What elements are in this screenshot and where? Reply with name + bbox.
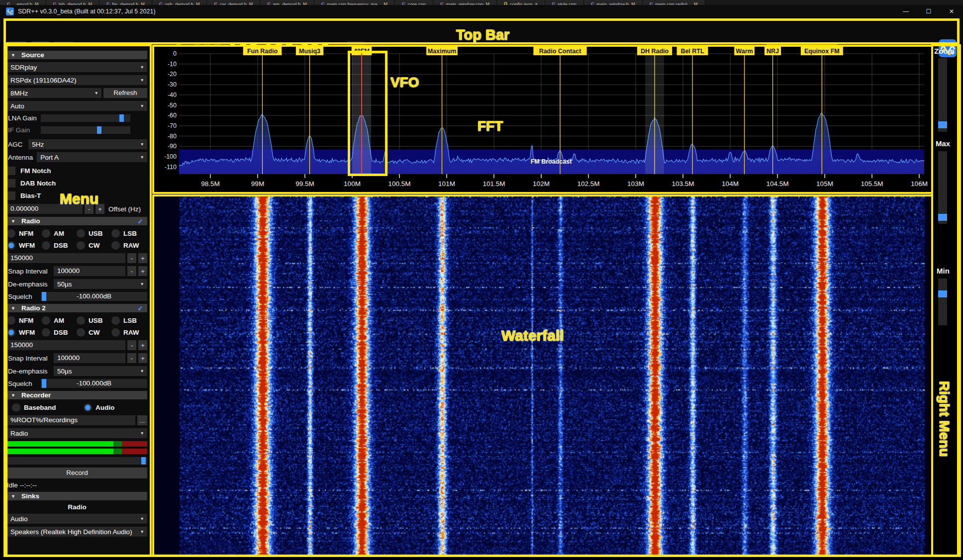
snap2-increment-button[interactable]: + [138,353,147,363]
chevron-down-icon: ▼ [140,155,144,160]
sink-device-value: Speakers (Realtek High Definition Audio) [10,528,132,536]
min-slider[interactable] [938,279,947,325]
mode-label: RAW [123,242,139,249]
mode-option-wfm[interactable]: WFM [7,240,42,250]
module-enabled-check-icon[interactable]: ✓ [137,217,143,225]
squelch2-handle[interactable] [42,379,46,388]
ide-tab[interactable]: Cmain.cpp frequency_ma...M [314,0,395,5]
mode-option-lsb[interactable]: LSB [111,228,147,238]
lna-gain-slider[interactable] [41,114,130,122]
if-mode-select[interactable]: Auto ▼ [7,101,147,111]
recorder-audio-option[interactable]: Audio [84,402,114,412]
bandwidth2-increment-button[interactable]: + [138,340,147,350]
recorder-section-header[interactable]: ▼ Recorder [7,391,147,399]
ide-tab[interactable]: C...emod.hM [0,0,46,5]
modified-icon: M [196,1,200,5]
mode-option-usb[interactable]: USB [77,228,111,238]
mode-option-wfm[interactable]: WFM [7,327,42,337]
squelch-handle[interactable] [42,292,46,301]
max-slider[interactable] [938,151,947,224]
mode-option-raw[interactable]: RAW [111,240,147,250]
mode-option-cw[interactable]: CW [77,327,111,337]
mode-option-lsb[interactable]: LSB [111,315,147,325]
radio-section-header[interactable]: ▼ Radio ✓ [7,217,147,225]
bandwidth-increment-button[interactable]: + [138,253,147,263]
snap2-decrement-button[interactable]: - [127,353,136,363]
offset-increment-button[interactable]: + [96,204,104,214]
ide-tab[interactable]: Cmain_window.cppM [433,0,497,5]
close-button[interactable]: ✕ [940,5,963,18]
mode-option-nfm[interactable]: NFM [7,228,42,238]
source-section-header[interactable]: ▼ Source [7,51,147,59]
refresh-button[interactable]: Refresh [103,88,147,98]
sinks-section-header[interactable]: ▼ Sinks [7,492,147,500]
snap-increment-button[interactable]: + [138,266,147,276]
snap-decrement-button[interactable]: - [127,266,136,276]
recordings-path-input[interactable]: %ROOT%/Recordings [7,415,135,425]
ide-tab[interactable]: Cusb_demod.hM [152,0,207,5]
snap-interval-input[interactable]: 100000 [54,266,125,276]
browse-button[interactable]: ... [137,415,147,425]
radio2-section-header[interactable]: ▼ Radio 2 ✓ [7,304,147,312]
ide-tab[interactable]: Clsb_demod.hM [46,0,99,5]
recorder-volume-handle[interactable] [141,457,146,465]
source-device-select[interactable]: RSPdx (191106DA42) ▼ [7,75,147,85]
mode-option-cw[interactable]: CW [77,240,111,250]
zoom-slider[interactable] [938,58,947,132]
ide-tab[interactable]: Cstyle.cpp [545,0,584,5]
ide-tab[interactable]: Cmain.cpp radio\...M [643,0,705,5]
max-slider-handle[interactable] [938,214,947,221]
ide-tab[interactable]: Ccw_demod.hM [207,0,260,5]
mode-option-dsb[interactable]: DSB [42,327,77,337]
bandwidth-decrement-button[interactable]: - [127,253,136,263]
sink-stream-name: Radio [7,503,147,511]
offset-input[interactable]: 0.000000 [7,204,83,214]
record-button[interactable]: Record [7,467,147,478]
lna-gain-handle[interactable] [119,114,124,122]
ide-tab[interactable]: Cam_demod.hM [260,0,314,5]
mode-option-raw[interactable]: RAW [111,327,147,337]
source-driver-select[interactable]: SDRplay ▼ [7,62,147,72]
min-slider-handle[interactable] [938,290,947,297]
zoom-slider-handle[interactable] [938,121,947,128]
squelch-slider[interactable]: -100.000dB [41,292,147,301]
mode-option-nfm[interactable]: NFM [7,315,42,325]
deemphasis-select[interactable]: 50µs ▼ [54,279,147,289]
close-icon[interactable]: × [535,1,537,5]
fm-notch-checkbox[interactable] [7,167,15,175]
sink-device-select[interactable]: Speakers (Realtek High Definition Audio)… [7,527,147,537]
snap-interval2-input[interactable]: 100000 [54,353,125,363]
ide-tab[interactable]: Cfm_demod.hM [99,0,152,5]
recorder-stream-select[interactable]: Radio ▼ [7,428,147,438]
bias-t-checkbox[interactable] [7,191,15,200]
module-enabled-check-icon[interactable]: ✓ [137,304,143,312]
dab-notch-checkbox[interactable] [7,179,15,187]
minimize-button[interactable]: — [894,5,917,18]
maximize-button[interactable]: ☐ [917,5,940,18]
ide-tab[interactable]: Cmain_window.hM [584,0,643,5]
recorder-volume-slider[interactable] [7,457,147,465]
mode-option-am[interactable]: AM [42,228,77,238]
antenna-select[interactable]: Port A ▼ [37,152,147,162]
mode-option-am[interactable]: AM [42,315,77,325]
samplerate-select[interactable]: 8MHz ▼ [7,88,101,98]
if-gain-slider[interactable] [41,126,130,134]
if-gain-handle[interactable] [97,126,101,134]
sink-type-select[interactable]: Audio ▼ [7,514,147,524]
deemphasis2-select[interactable]: 50µs ▼ [54,366,147,376]
ide-tab[interactable]: {}config.json× [497,0,545,5]
mode-option-usb[interactable]: USB [77,315,111,325]
squelch2-slider[interactable]: -100.000dB [41,379,147,388]
recorder-baseband-option[interactable]: Baseband [12,402,82,412]
bandwidth-input[interactable]: 150000 [7,253,125,263]
bandwidth2-decrement-button[interactable]: - [127,340,136,350]
waterfall-display[interactable] [153,196,932,556]
agc-select[interactable]: 5Hz ▼ [28,139,147,149]
window-titlebar[interactable]: + + SDR++ v0.3.0_beta (Built at 00:12:37… [0,5,963,18]
offset-decrement-button[interactable]: - [85,204,94,214]
background-ide-tab-strip: C...emod.hMClsb_demod.hMCfm_demod.hMCusb… [0,0,963,5]
fft-display[interactable]: Fun RadioMusiq348FMMaximumRadio ContactD… [153,46,932,193]
mode-option-dsb[interactable]: DSB [42,240,77,250]
ide-tab[interactable]: Ccore.cpp [395,0,433,5]
bandwidth2-input[interactable]: 150000 [7,340,125,350]
